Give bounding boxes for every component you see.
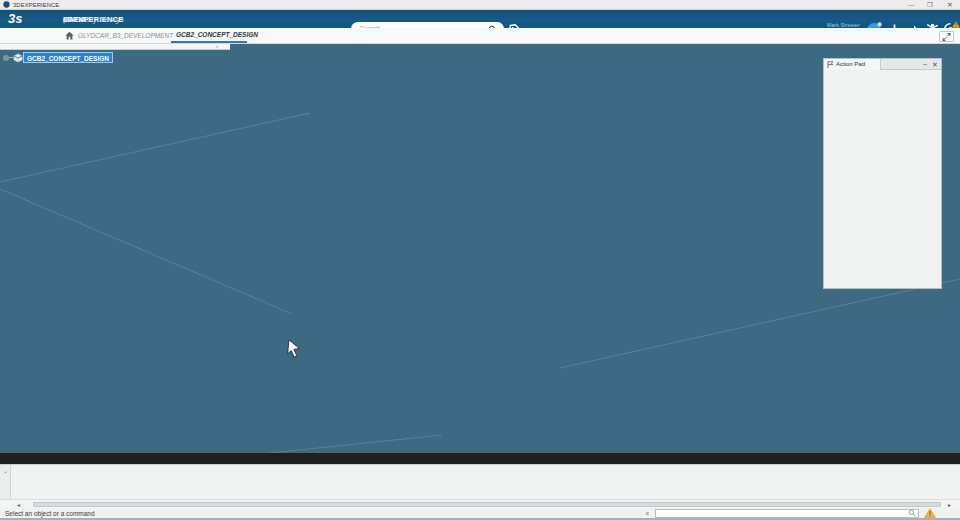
new-tab-button[interactable]: + [249, 30, 254, 39]
action-pad-minimize[interactable]: ‒ [923, 60, 927, 67]
collapse-arrows-icon [942, 33, 951, 41]
restore-button[interactable]: ❐ [927, 2, 933, 8]
presence-badge [877, 22, 882, 27]
action-pad-close[interactable]: ✕ [932, 61, 938, 69]
app-globe-icon [3, 1, 10, 8]
scroll-left-icon[interactable]: ◂ [17, 501, 20, 508]
window-titlebar: 3DEXPERIENCE — ❐ ✕ [0, 0, 960, 10]
window-title: 3DEXPERIENCE [13, 2, 59, 8]
alert-badge-icon [952, 21, 960, 28]
power-input-label: c [646, 510, 649, 516]
home-icon[interactable] [65, 31, 74, 40]
power-input-field[interactable] [655, 509, 919, 518]
tab-gcb2-concept-design[interactable]: GCB2_CONCEPT_DESIGN [176, 31, 258, 38]
app-tab-bar: GLYDCAR_B3_DEVELOPMENT GCB2_CONCEPT_DESI… [0, 28, 960, 44]
action-bar-collapse-strip[interactable]: ⌄ [0, 465, 11, 500]
action-bar-toolbar: ⌄ [0, 464, 960, 499]
user-name[interactable]: Mark Streeter [760, 22, 860, 28]
tree-scroll-left-icon[interactable]: ‹ [216, 44, 218, 49]
action-pad-flag-icon [827, 61, 834, 68]
status-message: Select an object or a command [5, 510, 95, 517]
action-pad-titlebar[interactable]: Action Pad ‒ ✕ [824, 59, 941, 70]
brand-header: 3s 3DEXPERIENCE | CATIA Assembly Design … [0, 10, 960, 28]
power-search-icon[interactable] [908, 509, 916, 517]
tree-scroll-strip[interactable]: ‹ [0, 44, 230, 50]
viewport-3d[interactable]: ‹ GCB2_CONCEPT_DESIGN Action Pad ‒ ✕ [0, 44, 960, 453]
tree-root-label[interactable]: GCB2_CONCEPT_DESIGN [23, 52, 113, 63]
warning-icon[interactable] [924, 508, 936, 518]
action-pad-title: Action Pad [836, 61, 865, 67]
product-icon [13, 53, 23, 63]
active-tab-underline [171, 41, 247, 43]
application-window: 3DEXPERIENCE — ❐ ✕ 3s 3DEXPERIENCE | CAT… [0, 0, 960, 520]
minimize-button[interactable]: — [908, 2, 914, 8]
dassault-3ds-logo[interactable]: 3s [8, 10, 38, 28]
action-pad-panel: Action Pad ‒ ✕ [823, 58, 942, 289]
action-bar-tabs [0, 453, 960, 464]
view-compass-triad[interactable] [898, 432, 958, 453]
close-button[interactable]: ✕ [947, 2, 953, 8]
action-bar-scrollbar: ◂ ▸ [0, 499, 960, 508]
scrollbar-thumb[interactable] [33, 502, 941, 507]
tab-glydcar-development[interactable]: GLYDCAR_B3_DEVELOPMENT [78, 32, 173, 39]
van-3d-model[interactable] [270, 136, 665, 444]
mouse-cursor [286, 339, 302, 359]
collapse-window-button[interactable] [939, 31, 954, 42]
collapse-chevron-icon: ⌄ [3, 467, 8, 474]
scroll-right-icon[interactable]: ▸ [948, 501, 951, 508]
status-bar: Select an object or a command c [0, 508, 960, 518]
